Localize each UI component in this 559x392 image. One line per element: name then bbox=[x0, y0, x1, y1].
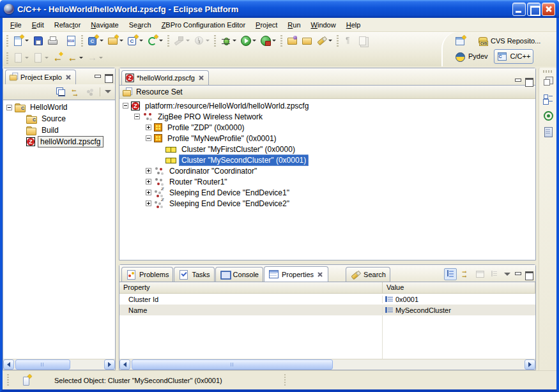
dropdown-arrow-icon[interactable] bbox=[99, 57, 103, 59]
window-maximize-button[interactable] bbox=[527, 3, 540, 16]
toolbar-button[interactable] bbox=[79, 35, 85, 47]
minimized-view-icon[interactable] bbox=[542, 77, 554, 88]
tree-item[interactable]: HelloWorld bbox=[3, 102, 115, 113]
dropdown-arrow-icon[interactable] bbox=[328, 40, 332, 41]
toolbar-button[interactable] bbox=[258, 33, 278, 49]
editor-tab[interactable]: *helloWorld.zpscfg bbox=[121, 70, 209, 85]
dropdown-arrow-icon[interactable] bbox=[252, 40, 256, 41]
toolbar-button[interactable] bbox=[341, 33, 356, 49]
tree-item[interactable]: Router "Router1" bbox=[119, 176, 535, 187]
minimized-view-icon[interactable] bbox=[542, 126, 554, 138]
view-toolbar-button[interactable] bbox=[473, 268, 486, 280]
menu-item[interactable]: Navigate bbox=[86, 19, 123, 31]
project-explorer-tab[interactable]: Project Explo bbox=[5, 70, 76, 84]
view-toolbar-button[interactable] bbox=[488, 268, 501, 280]
close-editor-icon[interactable] bbox=[197, 74, 205, 82]
view-toolbar-button[interactable] bbox=[444, 268, 457, 280]
menu-item[interactable]: File bbox=[5, 19, 27, 31]
property-column-header[interactable]: Property bbox=[119, 282, 383, 293]
menu-item[interactable]: Help bbox=[341, 19, 366, 31]
toolbar-button[interactable] bbox=[11, 33, 31, 49]
dropdown-arrow-icon[interactable] bbox=[159, 40, 163, 41]
dropdown-arrow-icon[interactable] bbox=[186, 40, 190, 41]
dropdown-arrow-icon[interactable] bbox=[139, 40, 143, 41]
view-tab[interactable]: Console bbox=[215, 267, 263, 282]
view-toolbar-button[interactable] bbox=[84, 86, 96, 98]
toolbar-button[interactable] bbox=[85, 50, 105, 66]
dropdown-arrow-icon[interactable] bbox=[206, 40, 210, 41]
close-view-icon[interactable] bbox=[316, 271, 324, 278]
toolbar-button[interactable] bbox=[300, 33, 314, 49]
expander-icon[interactable] bbox=[146, 168, 151, 174]
expander-icon[interactable] bbox=[123, 103, 128, 109]
project-explorer-hscrollbar[interactable] bbox=[3, 359, 115, 370]
menu-item[interactable]: Window bbox=[306, 19, 341, 31]
dropdown-arrow-icon[interactable] bbox=[25, 40, 29, 41]
view-tab[interactable]: Problems bbox=[121, 267, 173, 282]
toolbar-button[interactable] bbox=[218, 33, 238, 49]
toolbar-button[interactable] bbox=[31, 33, 45, 49]
dropdown-arrow-icon[interactable] bbox=[233, 40, 236, 41]
expander-icon[interactable] bbox=[146, 190, 151, 195]
toolbar-button[interactable] bbox=[64, 33, 79, 49]
toolbar-button[interactable] bbox=[45, 33, 60, 49]
expander-icon[interactable] bbox=[6, 105, 12, 110]
toolbar-button[interactable] bbox=[238, 33, 258, 49]
property-value-cell[interactable]: MySecondCluster bbox=[383, 306, 535, 314]
window-close-button[interactable] bbox=[542, 3, 555, 16]
minimize-editor-icon[interactable] bbox=[514, 77, 523, 85]
dropdown-arrow-icon[interactable] bbox=[25, 57, 29, 59]
tree-item[interactable]: Profile "MyNewProfile" (0x0001) bbox=[119, 133, 535, 144]
trim-drag-handle[interactable] bbox=[543, 70, 553, 73]
tree-item[interactable]: Cluster "MySecondCluster" (0x0001) bbox=[119, 155, 535, 165]
toolbar-button[interactable] bbox=[212, 35, 218, 47]
toolbar-button[interactable] bbox=[145, 33, 165, 49]
toolbar-button[interactable] bbox=[172, 33, 192, 49]
toolbar-button[interactable] bbox=[65, 50, 85, 66]
window-minimize-button[interactable] bbox=[512, 3, 526, 16]
tree-item[interactable]: Sleeping End Device "EndDevice1" bbox=[119, 187, 535, 198]
tree-item[interactable]: Cluster "MyFirstCluster" (0x0000) bbox=[119, 144, 535, 155]
menu-item[interactable]: Project bbox=[250, 19, 282, 31]
view-menu-icon[interactable] bbox=[503, 270, 512, 279]
menu-item[interactable]: Search bbox=[124, 19, 157, 31]
dropdown-arrow-icon[interactable] bbox=[100, 40, 103, 41]
menu-item[interactable]: Edit bbox=[27, 19, 49, 31]
expander-icon[interactable] bbox=[146, 124, 151, 130]
expander-icon[interactable] bbox=[146, 200, 151, 206]
view-tab[interactable]: Search bbox=[346, 267, 390, 282]
tree-item[interactable]: ZigBee PRO Wireless Network bbox=[119, 111, 535, 122]
dropdown-arrow-icon[interactable] bbox=[119, 40, 123, 41]
toolbar-button[interactable] bbox=[4, 35, 10, 47]
toolbar-button[interactable] bbox=[285, 33, 300, 49]
perspective-button[interactable]: CVS Reposito... bbox=[474, 34, 544, 49]
value-column-header[interactable]: Value bbox=[383, 282, 535, 293]
menu-item[interactable]: ZBPro Configuration Editor bbox=[157, 19, 250, 31]
view-tab[interactable]: Tasks bbox=[174, 267, 214, 282]
toolbar-button[interactable] bbox=[105, 33, 125, 49]
view-menu-icon[interactable] bbox=[103, 87, 112, 96]
menu-item[interactable]: Run bbox=[282, 19, 305, 31]
scroll-right-icon[interactable] bbox=[104, 359, 115, 370]
expander-icon[interactable] bbox=[146, 179, 151, 185]
minimized-view-icon[interactable] bbox=[542, 110, 554, 121]
minimize-view-icon[interactable] bbox=[93, 73, 102, 81]
toolbar-button[interactable] bbox=[192, 33, 211, 49]
perspective-button[interactable]: Pydev bbox=[452, 49, 491, 64]
toolbar-button[interactable] bbox=[50, 50, 65, 66]
toolbar-button[interactable] bbox=[335, 35, 341, 47]
expander-icon[interactable] bbox=[146, 135, 151, 141]
toolbar-button[interactable] bbox=[11, 50, 31, 66]
dropdown-arrow-icon[interactable] bbox=[79, 57, 83, 59]
minimized-view-icon[interactable] bbox=[542, 93, 554, 105]
scroll-right-icon[interactable] bbox=[525, 359, 535, 370]
toolbar-button[interactable] bbox=[165, 35, 171, 47]
view-toolbar-button[interactable] bbox=[54, 86, 67, 98]
view-tab[interactable]: Properties bbox=[264, 266, 328, 282]
property-row[interactable]: Name MySecondCluster bbox=[119, 305, 535, 315]
scroll-left-icon[interactable] bbox=[3, 359, 14, 370]
dropdown-arrow-icon[interactable] bbox=[45, 57, 49, 59]
property-row[interactable]: Cluster Id 0x0001 bbox=[119, 294, 535, 305]
toolbar-button[interactable] bbox=[279, 35, 284, 47]
tree-item[interactable]: Sleeping End Device "EndDevice2" bbox=[119, 198, 535, 209]
